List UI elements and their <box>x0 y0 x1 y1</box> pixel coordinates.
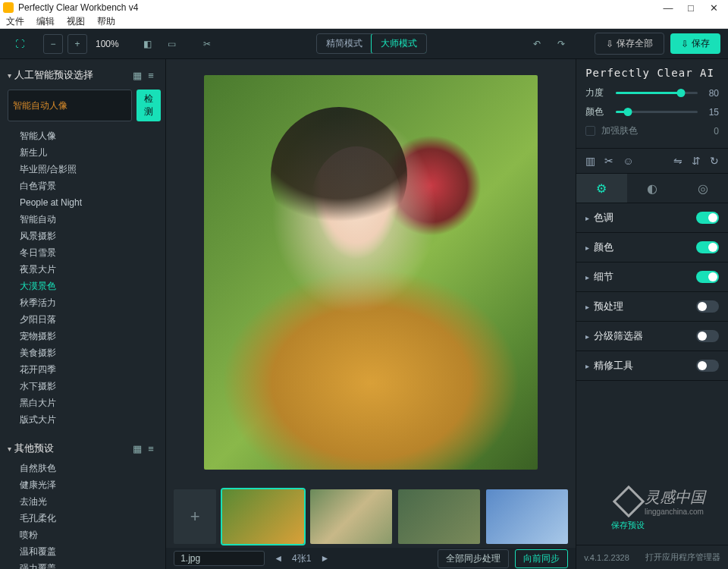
add-image-button[interactable]: + <box>174 489 216 544</box>
menu-file[interactable]: 文件 <box>6 15 24 28</box>
histogram-icon[interactable]: ▥ <box>585 155 595 167</box>
list-item[interactable]: 自然肤色 <box>20 460 165 476</box>
crop-tool-icon[interactable]: ✂ <box>604 155 613 167</box>
thumbnail[interactable] <box>310 489 392 544</box>
enhance-skin-label: 加强肤色 <box>601 124 638 137</box>
list-item[interactable]: 毛孔柔化 <box>20 510 165 527</box>
tab-looks[interactable]: ◐ <box>627 174 678 203</box>
slider-track[interactable] <box>616 111 698 113</box>
accordion-header[interactable]: ▸ 精修工具 <box>576 351 728 380</box>
detect-button[interactable]: 检测 <box>136 90 161 121</box>
chevron-down-icon[interactable]: ▾ <box>8 445 11 453</box>
list-item[interactable]: 大漠景色 <box>20 278 165 294</box>
accordion-header[interactable]: ▸ 分级筛选器 <box>576 322 728 351</box>
accordion-header[interactable]: ▸ 色调 <box>576 203 728 232</box>
zoom-out-button[interactable]: − <box>43 34 63 54</box>
list-item[interactable]: People at Night <box>20 194 165 211</box>
list-item[interactable]: 黑白大片 <box>20 395 165 411</box>
version-label: v.4.1.2.2328 <box>584 553 629 562</box>
thumbnail[interactable] <box>486 489 568 544</box>
section-toggle[interactable] <box>696 271 719 283</box>
list-item[interactable]: 夕阳日落 <box>20 311 165 328</box>
list-item[interactable]: 宠物摄影 <box>20 328 165 344</box>
section-toggle[interactable] <box>696 360 719 372</box>
list-item[interactable]: 风景摄影 <box>20 228 165 244</box>
accordion-header[interactable]: ▸ 预处理 <box>576 292 728 321</box>
list-item[interactable]: 白色背景 <box>20 178 165 194</box>
list-item[interactable]: 水下摄影 <box>20 378 165 395</box>
list-item[interactable]: 花开四季 <box>20 361 165 378</box>
other-presets-header[interactable]: 其他预设 <box>14 442 130 455</box>
list-item[interactable]: 强力覆盖 <box>20 560 165 569</box>
list-item[interactable]: 智能人像 <box>20 127 165 144</box>
undo-icon[interactable]: ↶ <box>527 34 547 54</box>
fit-screen-icon[interactable]: ⛶ <box>10 34 30 54</box>
chevron-right-icon: ▸ <box>585 332 589 341</box>
accordion-header[interactable]: ▸ 颜色 <box>576 233 728 262</box>
mode-master[interactable]: 大师模式 <box>371 33 427 54</box>
thumbnail[interactable] <box>398 489 480 544</box>
list-item[interactable]: 美食摄影 <box>20 344 165 361</box>
section-toggle[interactable] <box>696 241 719 253</box>
face-icon[interactable]: ☺ <box>623 155 633 167</box>
app-logo <box>3 2 14 13</box>
list-item[interactable]: 秋季活力 <box>20 294 165 311</box>
flip-v-icon[interactable]: ⇵ <box>692 155 701 167</box>
compare-side-icon[interactable]: ▭ <box>162 34 182 54</box>
list-item[interactable]: 健康光泽 <box>20 476 165 493</box>
flip-h-icon[interactable]: ⇋ <box>673 155 682 167</box>
save-button[interactable]: ⇩ 保存 <box>670 33 720 54</box>
minimize-button[interactable]: — <box>657 2 679 14</box>
section-toggle[interactable] <box>696 330 719 342</box>
list-view-icon[interactable]: ≡ <box>144 443 158 454</box>
mode-simple[interactable]: 精简模式 <box>317 34 372 53</box>
compare-split-icon[interactable]: ◧ <box>138 34 158 54</box>
list-view-icon[interactable]: ≡ <box>144 70 158 81</box>
crop-icon[interactable]: ✂ <box>197 34 217 54</box>
grid-view-icon[interactable]: ▦ <box>130 443 144 454</box>
menu-edit[interactable]: 编辑 <box>36 15 55 28</box>
maximize-button[interactable]: □ <box>679 2 702 14</box>
preset-search-input[interactable] <box>8 90 132 121</box>
enhance-skin-checkbox[interactable] <box>585 126 595 136</box>
list-item[interactable]: 温和覆盖 <box>20 543 165 560</box>
image-counter: 4张1 <box>292 552 311 565</box>
list-item[interactable]: 版式大片 <box>20 411 165 428</box>
section-toggle[interactable] <box>696 300 719 313</box>
slider-track[interactable] <box>616 92 698 94</box>
list-item[interactable]: 喷粉 <box>20 527 165 543</box>
list-item[interactable]: 新生儿 <box>20 144 165 161</box>
list-item[interactable]: 智能自动 <box>20 211 165 228</box>
tab-adjust[interactable]: ⚙ <box>576 174 627 203</box>
enhance-skin-value: 0 <box>714 126 719 137</box>
redo-icon[interactable]: ↷ <box>551 34 571 54</box>
menu-help[interactable]: 帮助 <box>97 15 115 28</box>
window-title: Perfectly Clear Workbench v4 <box>18 2 657 13</box>
zoom-in-button[interactable]: + <box>67 34 87 54</box>
saved-preset-label[interactable]: 保存预设 <box>611 520 645 531</box>
zoom-level[interactable]: 100% <box>96 39 119 49</box>
grid-view-icon[interactable]: ▦ <box>130 70 144 81</box>
list-item[interactable]: 夜景大片 <box>20 261 165 278</box>
list-item[interactable]: 毕业照/合影照 <box>20 161 165 178</box>
tab-finish[interactable]: ◎ <box>677 174 728 203</box>
next-image-icon[interactable]: ► <box>317 553 332 564</box>
sync-forward-button[interactable]: 向前同步 <box>515 549 568 568</box>
list-item[interactable]: 去油光 <box>20 493 165 510</box>
chevron-down-icon[interactable]: ▾ <box>8 71 11 80</box>
save-all-button[interactable]: ⇩ 保存全部 <box>595 33 664 55</box>
open-app-manager-link[interactable]: 打开应用程序管理器 <box>645 552 720 563</box>
section-toggle[interactable] <box>696 212 719 224</box>
thumbnail[interactable] <box>222 489 304 544</box>
rotate-icon[interactable]: ↻ <box>710 155 719 167</box>
prev-image-icon[interactable]: ◄ <box>271 553 286 564</box>
ai-presets-header[interactable]: 人工智能预设选择 <box>14 68 130 82</box>
filename-field[interactable]: 1.jpg <box>174 551 265 566</box>
menu-bar: 文件 编辑 视图 帮助 <box>0 15 728 29</box>
batch-process-button[interactable]: 全部同步处理 <box>438 549 509 568</box>
list-item[interactable]: 冬日雪景 <box>20 244 165 261</box>
menu-view[interactable]: 视图 <box>67 15 85 28</box>
main-image[interactable] <box>204 75 538 470</box>
accordion-header[interactable]: ▸ 细节 <box>576 262 728 291</box>
close-button[interactable]: ✕ <box>702 2 725 14</box>
